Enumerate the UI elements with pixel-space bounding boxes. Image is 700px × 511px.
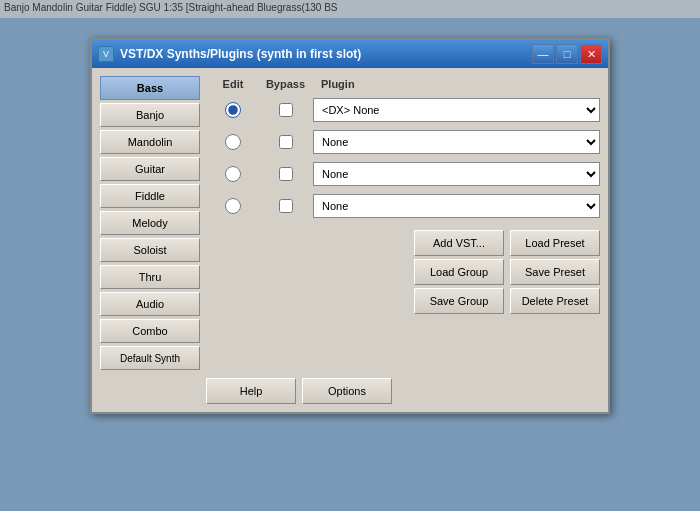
bypass-check-2[interactable] (279, 135, 293, 149)
sidebar-item-banjo[interactable]: Banjo (100, 103, 200, 127)
bypass-check-1[interactable] (279, 103, 293, 117)
window-icon: V (98, 46, 114, 62)
title-bar: V VST/DX Synths/Plugins (synth in first … (92, 40, 608, 68)
edit-radio-2[interactable] (225, 134, 241, 150)
sidebar-item-bass[interactable]: Bass (100, 76, 200, 100)
plugin-row-2: None (208, 128, 600, 156)
save-group-button[interactable]: Save Group (414, 288, 504, 314)
close-button[interactable]: ✕ (580, 44, 602, 64)
left-panel: Bass Banjo Mandolin Guitar Fiddle Melody… (100, 76, 200, 370)
bypass-check-4[interactable] (279, 199, 293, 213)
plugin-header: Edit Bypass Plugin (208, 76, 600, 96)
edit-radio-1[interactable] (225, 102, 241, 118)
sidebar-item-default-synth[interactable]: Default Synth (100, 346, 200, 370)
maximize-button[interactable]: □ (556, 44, 578, 64)
minimize-button[interactable]: — (532, 44, 554, 64)
col-bypass-label: Bypass (258, 78, 313, 90)
edit-radio-4[interactable] (225, 198, 241, 214)
col-plugin-label: Plugin (313, 78, 600, 90)
save-preset-button[interactable]: Save Preset (510, 259, 600, 285)
help-button[interactable]: Help (206, 378, 296, 404)
plugin-row-3: None (208, 160, 600, 188)
plugin-select-3[interactable]: None (313, 162, 600, 186)
plugin-select-4[interactable]: None (313, 194, 600, 218)
plugin-select-1[interactable]: <DX> None None (313, 98, 600, 122)
sidebar-item-fiddle[interactable]: Fiddle (100, 184, 200, 208)
sidebar-item-thru[interactable]: Thru (100, 265, 200, 289)
sidebar-item-combo[interactable]: Combo (100, 319, 200, 343)
sidebar-item-soloist[interactable]: Soloist (100, 238, 200, 262)
window-title: VST/DX Synths/Plugins (synth in first sl… (120, 47, 361, 61)
plugin-row-1: <DX> None None (208, 96, 600, 124)
sidebar-item-melody[interactable]: Melody (100, 211, 200, 235)
plugin-select-2[interactable]: None (313, 130, 600, 154)
delete-preset-button[interactable]: Delete Preset (510, 288, 600, 314)
load-preset-button[interactable]: Load Preset (510, 230, 600, 256)
sidebar-item-audio[interactable]: Audio (100, 292, 200, 316)
top-bar: Banjo Mandolin Guitar Fiddle) SGU 1:35 [… (0, 0, 700, 18)
sidebar-item-mandolin[interactable]: Mandolin (100, 130, 200, 154)
options-button[interactable]: Options (302, 378, 392, 404)
col-edit-label: Edit (208, 78, 258, 90)
add-vst-button[interactable]: Add VST... (414, 230, 504, 256)
sidebar-item-guitar[interactable]: Guitar (100, 157, 200, 181)
edit-radio-3[interactable] (225, 166, 241, 182)
load-group-button[interactable]: Load Group (414, 259, 504, 285)
right-panel: Edit Bypass Plugin (208, 76, 600, 370)
plugin-row-4: None (208, 192, 600, 220)
bypass-check-3[interactable] (279, 167, 293, 181)
main-window: V VST/DX Synths/Plugins (synth in first … (90, 38, 610, 414)
